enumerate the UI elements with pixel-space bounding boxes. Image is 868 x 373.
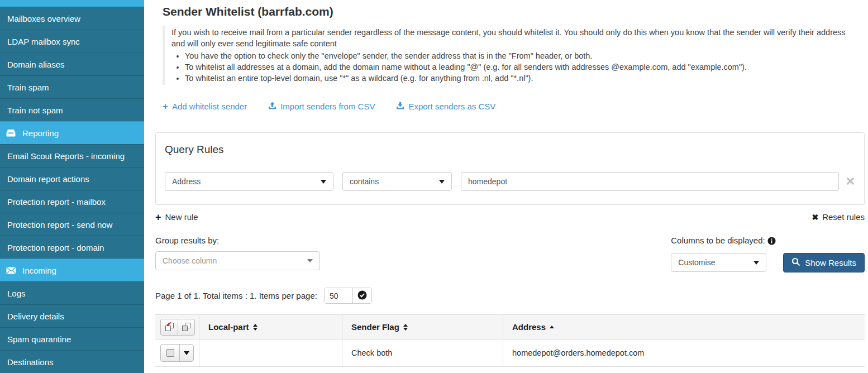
caret-down-icon: [753, 261, 759, 265]
rule-field-select[interactable]: Address: [165, 172, 333, 191]
sort-icon: [403, 324, 408, 331]
intro-paragraph: If you wish to receive mail from a parti…: [171, 27, 857, 49]
export-senders-csv-label: Export senders as CSV: [408, 102, 495, 111]
rule-value-input[interactable]: [461, 172, 839, 191]
sidebar-item-train-not-spam[interactable]: Train not spam: [0, 98, 144, 121]
checkbox-icon: [166, 349, 174, 357]
items-per-page-input[interactable]: [325, 288, 352, 303]
customise-select[interactable]: Customise: [671, 253, 766, 272]
column-header-address[interactable]: Address: [503, 315, 865, 339]
sidebar-item-label: Protection report - mailbox: [7, 197, 106, 207]
sidebar-item-incoming[interactable]: Incoming: [0, 259, 144, 281]
sort-asc-icon: [550, 326, 554, 328]
actions-row: + Add whitelist sender Import senders fr…: [163, 102, 865, 111]
sidebar-item-label: Train spam: [7, 83, 49, 92]
cell-address: homedepot@orders.homedepot.com: [503, 339, 865, 366]
sidebar-item-ldap-mailbox-sync[interactable]: LDAP mailbox sync: [0, 30, 144, 52]
query-rules-panel: Query Rules Address contains ✕: [155, 132, 865, 205]
rule-operator-value: contains: [350, 177, 379, 186]
column-header-local-part[interactable]: Local-part: [199, 315, 342, 339]
intro-bullets: You have the option to check only the "e…: [171, 50, 857, 84]
sidebar-item-label: Mailboxes overview: [7, 14, 80, 23]
intro-bullet: To whitelist all addresses at a domain, …: [185, 61, 857, 73]
pagination-summary: Page 1 of 1. Total items : 1. Items per …: [155, 291, 317, 300]
sidebar-item-protection-report-mailbox[interactable]: Protection report - mailbox: [0, 190, 144, 213]
results-table: ✔ Local-part Sender Flag Address: [155, 314, 865, 367]
column-header-sender-flag[interactable]: Sender Flag: [342, 315, 503, 339]
caret-down-icon: [184, 351, 189, 355]
export-senders-csv-link[interactable]: Export senders as CSV: [396, 102, 495, 111]
select-all-icon: ✔: [165, 323, 174, 331]
sidebar-item-label: Domain report actions: [7, 174, 89, 184]
reset-rules-link[interactable]: ✖ Reset rules: [812, 212, 865, 222]
row-actions-dropdown[interactable]: [179, 345, 193, 361]
row-select-group: [160, 344, 194, 362]
sidebar-item-label: Reporting: [22, 128, 59, 138]
sidebar-item-label: Train not spam: [7, 106, 63, 115]
search-icon: [791, 257, 800, 268]
sidebar-item-label: Domain aliases: [7, 60, 65, 69]
new-rule-label: New rule: [165, 212, 198, 222]
sidebar-item-protection-report-send-now[interactable]: Protection report - send now: [0, 213, 144, 236]
query-rules-title: Query Rules: [165, 143, 855, 156]
rule-operator-select[interactable]: contains: [342, 172, 452, 191]
add-whitelist-sender-link[interactable]: + Add whitelist sender: [163, 102, 247, 111]
sidebar-item-delivery-details[interactable]: Delivery details: [0, 304, 144, 327]
cell-local-part: [199, 339, 342, 366]
show-results-label: Show Results: [805, 258, 856, 267]
group-by-select[interactable]: Choose column: [155, 251, 320, 270]
upload-icon: [268, 102, 276, 111]
sidebar-item-domain-aliases[interactable]: Domain aliases: [0, 52, 144, 75]
plus-icon: +: [163, 102, 168, 111]
import-senders-csv-label: Import senders from CSV: [280, 102, 375, 111]
table-row: Check both homedepot@orders.homedepot.co…: [155, 339, 865, 367]
reset-rules-label: Reset rules: [822, 212, 865, 222]
info-icon[interactable]: [767, 237, 776, 248]
row-select-cell: [155, 339, 199, 366]
intro-bullet: To whitelist an entire top-level domain,…: [185, 73, 857, 84]
table-header-row: ✔ Local-part Sender Flag Address: [155, 314, 865, 339]
rule-field-value: Address: [172, 177, 201, 186]
remove-rule-icon[interactable]: ✕: [845, 176, 855, 187]
page-title: Sender Whitelist (barrfab.com): [163, 4, 865, 19]
sidebar-item-label: Email Scout Reports - incoming: [7, 151, 125, 161]
apply-items-per-page-button[interactable]: [352, 288, 371, 303]
envelope-icon: [3, 267, 18, 274]
sidebar-item-domain-report-actions[interactable]: Domain report actions: [0, 167, 144, 190]
sidebar-item-mailboxes-overview[interactable]: Mailboxes overview: [0, 7, 144, 30]
sidebar-item-label: Logs: [7, 289, 26, 298]
sidebar-item-logs[interactable]: Logs: [0, 281, 144, 304]
sidebar-top-strip: [0, 0, 144, 7]
sidebar-item-email-scout-reports-incoming[interactable]: Email Scout Reports - incoming: [0, 144, 144, 167]
show-results-button[interactable]: Show Results: [783, 253, 865, 272]
column-header-label: Local-part: [208, 322, 249, 332]
caret-down-icon: [307, 259, 313, 262]
customise-value: Customise: [678, 258, 715, 267]
sidebar-item-reporting[interactable]: Reporting: [0, 121, 144, 144]
sidebar-item-spam-quarantine[interactable]: Spam quarantine: [0, 327, 144, 350]
row-checkbox[interactable]: [161, 345, 179, 361]
select-all-button[interactable]: ✔: [161, 319, 178, 335]
pagination-row: Page 1 of 1. Total items : 1. Items per …: [155, 288, 865, 304]
group-by-value: Choose column: [163, 256, 217, 265]
sidebar: Mailboxes overview LDAP mailbox sync Dom…: [0, 0, 144, 373]
reset-icon: ✖: [812, 213, 818, 222]
columns-display-label: Columns to be displayed:: [671, 235, 865, 248]
select-buttons-group: ✔: [160, 319, 195, 336]
import-senders-csv-link[interactable]: Import senders from CSV: [268, 102, 375, 111]
sidebar-item-train-spam[interactable]: Train spam: [0, 75, 144, 98]
sidebar-item-label: Destinations: [7, 357, 54, 367]
new-rule-link[interactable]: + New rule: [155, 212, 198, 222]
sort-icon: [253, 324, 257, 331]
cell-sender-flag: Check both: [342, 339, 503, 366]
columns-display-block: Columns to be displayed: Customise Show …: [671, 235, 865, 272]
sidebar-item-protection-report-domain[interactable]: Protection report - domain: [0, 236, 144, 259]
deselect-all-button[interactable]: [178, 319, 194, 335]
sidebar-item-destinations[interactable]: Destinations: [0, 350, 144, 373]
header-select-cell: ✔: [155, 315, 199, 339]
download-icon: [396, 102, 404, 111]
sidebar-item-label: Protection report - domain: [7, 243, 104, 252]
inbox-icon: [3, 129, 18, 137]
sidebar-item-label: Incoming: [22, 266, 56, 275]
column-header-label: Address: [512, 322, 546, 332]
